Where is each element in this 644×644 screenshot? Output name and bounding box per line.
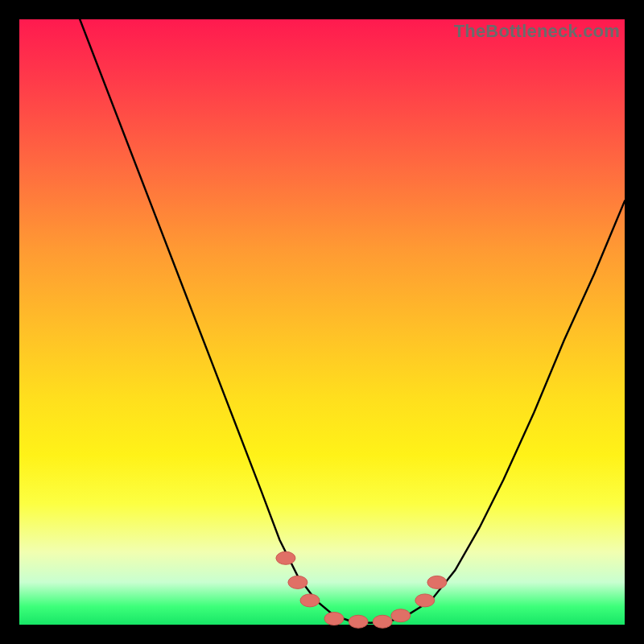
marker-m6 [373, 615, 392, 628]
marker-m4 [324, 613, 344, 625]
bottleneck-curve [80, 19, 625, 623]
chart-frame: TheBottleneck.com [19, 19, 625, 625]
marker-m1 [276, 551, 295, 564]
marker-m2 [288, 576, 308, 588]
marker-m5 [349, 615, 368, 628]
marker-m8 [415, 594, 435, 607]
marker-m3 [300, 594, 320, 607]
curve-markers [276, 551, 447, 628]
chart-svg [19, 19, 625, 625]
marker-m7 [391, 609, 411, 622]
marker-m9 [427, 576, 447, 588]
